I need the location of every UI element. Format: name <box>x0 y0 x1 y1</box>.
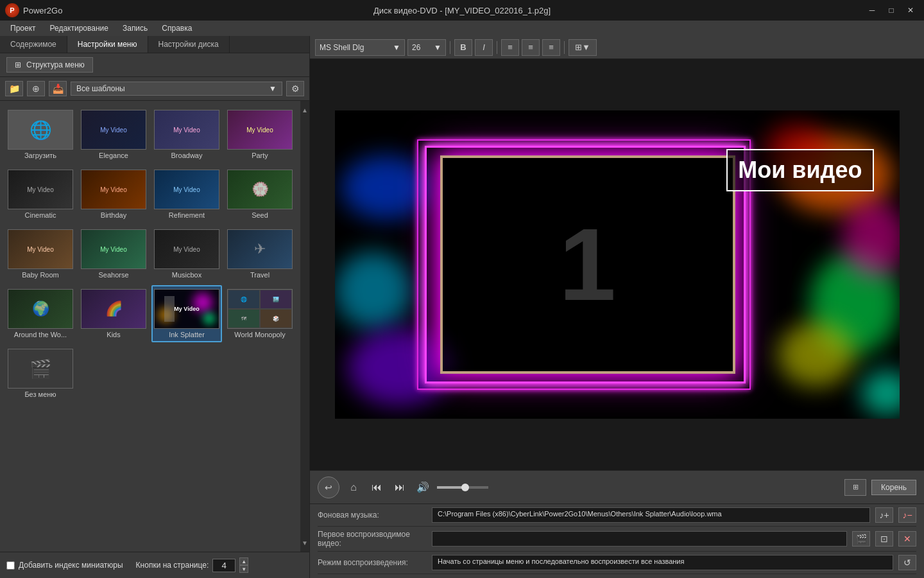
template-item-seed[interactable]: 💮 Seed <box>225 166 295 223</box>
template-label-kids: Kids <box>107 331 120 338</box>
extra-video-icon: ⊡ <box>880 534 888 544</box>
bold-button[interactable]: B <box>454 39 472 56</box>
template-item-seahorse[interactable]: My Video Seahorse <box>78 225 149 283</box>
template-item-birthday[interactable]: My Video Birthday <box>78 166 149 223</box>
refresh-btn[interactable]: ⊕ <box>27 81 45 96</box>
first-video-extra-button[interactable]: ⊡ <box>875 531 893 547</box>
menu-record[interactable]: Запись <box>116 22 154 34</box>
volume-knob[interactable] <box>461 484 469 491</box>
bg-music-add-button[interactable]: ♪+ <box>875 507 893 523</box>
template-item-broadway[interactable]: My Video Broadway <box>151 106 222 163</box>
template-thumb-worldmonopoly: 🌐 🏙️ 🗺 🎲 <box>227 289 293 329</box>
app-icon: P <box>5 3 19 17</box>
maximize-button[interactable]: □ <box>883 4 900 17</box>
app-name: Power2Go <box>23 6 62 15</box>
first-video-row: Первое воспроизводимое видео: 🎬 ⊡ ✕ <box>318 527 916 552</box>
root-button[interactable]: Корень <box>871 480 916 495</box>
buttons-per-page-input[interactable] <box>212 559 235 572</box>
film-number: 1 <box>559 206 616 324</box>
playback-mode-icon: ↺ <box>903 557 911 568</box>
template-thumb-nomenu: 🎬 <box>8 349 73 389</box>
tab-content[interactable]: Содержимое <box>0 36 67 53</box>
template-item-nomenu[interactable]: 🎬 Без меню <box>5 345 76 402</box>
add-music-icon: ♪+ <box>879 510 889 520</box>
bg-music-value[interactable]: C:\Program Files (x86)\CyberLink\Power2G… <box>432 507 870 523</box>
template-item-kids[interactable]: 🌈 Kids <box>78 285 149 342</box>
align-right-button[interactable]: ≡ <box>542 39 560 56</box>
template-item-musicbox[interactable]: My Video Musicbox <box>151 225 222 283</box>
template-item-babyroom[interactable]: My Video Baby Room <box>5 225 76 283</box>
tab-disc-settings[interactable]: Настройки диска <box>148 36 230 53</box>
template-thumb-musicbox: My Video <box>154 229 219 269</box>
format-toolbar: MS Shell Dlg ▼ 26 ▼ B I ≡ ≡ ≡ ⊞▼ <box>310 36 924 59</box>
buttons-per-page-group: Кнопки на странице: ▲ ▼ <box>136 557 249 573</box>
font-name-selector[interactable]: MS Shell Dlg ▼ <box>315 39 405 56</box>
italic-icon: I <box>483 42 485 52</box>
spinner-down-button[interactable]: ▼ <box>239 565 248 573</box>
menu-project[interactable]: Проект <box>4 22 42 34</box>
template-label-elegance: Elegance <box>99 152 128 159</box>
volume-slider[interactable] <box>437 486 488 489</box>
thumbnail-index-group: Добавить индекс миниатюры <box>6 561 123 570</box>
playback-mode-value[interactable]: Начать со страницы меню и последовательн… <box>432 555 893 570</box>
template-filter-dropdown[interactable]: Все шаблоны ▼ <box>71 82 282 96</box>
scroll-up-arrow[interactable]: ▲ <box>300 103 309 116</box>
next-button[interactable]: ⏭ <box>391 478 409 496</box>
align-left-button[interactable]: ≡ <box>501 39 519 56</box>
prev-button[interactable]: ⏮ <box>368 478 386 496</box>
align-center-button[interactable]: ≡ <box>522 39 540 56</box>
template-item-inksplatter[interactable]: My Video Ink Splatter <box>151 285 222 342</box>
volume-button[interactable]: 🔊 <box>414 478 432 496</box>
font-size-selector[interactable]: 26 ▼ <box>407 39 446 56</box>
template-item-worldmonopoly[interactable]: 🌐 🏙️ 🗺 🎲 World Monopoly <box>225 285 295 342</box>
template-thumb-birthday: My Video <box>81 170 146 209</box>
first-video-remove-button[interactable]: ✕ <box>898 531 916 547</box>
right-panel: MS Shell Dlg ▼ 26 ▼ B I ≡ ≡ ≡ ⊞▼ <box>310 36 924 578</box>
template-item-aroundworld[interactable]: 🌍 Around the Wo... <box>5 285 76 342</box>
template-grid-container[interactable]: 🌐 Загрузить My Video Elegance <box>0 101 300 552</box>
spinner-up-button[interactable]: ▲ <box>239 557 248 565</box>
template-item-upload[interactable]: 🌐 Загрузить <box>5 106 76 163</box>
template-item-travel[interactable]: ✈ Travel <box>225 225 295 283</box>
bold-icon: B <box>460 42 466 52</box>
template-label-aroundworld: Around the Wo... <box>14 331 67 338</box>
first-video-browse-button[interactable]: 🎬 <box>852 531 870 547</box>
structure-menu-button[interactable]: ⊞ Структура меню <box>6 57 93 73</box>
minimize-button[interactable]: ─ <box>864 4 880 17</box>
template-item-refinement[interactable]: My Video Refinement <box>151 166 222 223</box>
menu-edit[interactable]: Редактирование <box>44 22 115 34</box>
separator-3 <box>564 41 565 54</box>
thumbnail-index-checkbox[interactable] <box>6 561 15 570</box>
folder-btn[interactable]: 📁 <box>5 81 23 96</box>
first-video-label: Первое воспроизводимое видео: <box>318 530 427 548</box>
preview-title-text[interactable]: Мои видео <box>726 149 873 191</box>
next-icon: ⏭ <box>395 482 405 493</box>
first-video-value[interactable] <box>432 531 847 547</box>
tab-bar: Содержимое Настройки меню Настройки диск… <box>0 36 309 53</box>
template-label-seahorse: Seahorse <box>98 271 128 279</box>
playback-mode-extra-button[interactable]: ↺ <box>898 555 916 570</box>
bg-music-remove-button[interactable]: ♪− <box>898 507 916 523</box>
template-item-cinematic[interactable]: My Video Cinematic <box>5 166 76 223</box>
italic-button[interactable]: I <box>475 39 493 56</box>
settings-btn[interactable]: ⚙ <box>286 81 304 96</box>
template-thumb-broadway: My Video <box>154 110 219 150</box>
thumbnail-index-label: Добавить индекс миниатюры <box>19 561 123 570</box>
close-button[interactable]: ✕ <box>902 4 919 17</box>
left-panel: Содержимое Настройки меню Настройки диск… <box>0 36 310 578</box>
tab-menu-settings[interactable]: Настройки меню <box>67 36 148 53</box>
menu-help[interactable]: Справка <box>155 22 198 34</box>
font-dropdown-icon: ▼ <box>393 43 400 52</box>
window-controls[interactable]: ─ □ ✕ <box>864 4 919 17</box>
import-btn[interactable]: 📥 <box>49 81 67 96</box>
volume-icon: 🔊 <box>416 481 429 493</box>
font-size-label: 26 <box>412 43 420 52</box>
grid-view-button[interactable]: ⊞ <box>844 479 866 496</box>
home-button[interactable]: ⌂ <box>345 478 363 496</box>
scroll-down-arrow[interactable]: ▼ <box>300 536 309 549</box>
template-item-party[interactable]: My Video Party <box>225 106 295 163</box>
grid-format-button[interactable]: ⊞▼ <box>569 39 597 56</box>
folder-icon: 📁 <box>9 83 20 94</box>
stop-button[interactable]: ↩ <box>318 477 339 498</box>
template-item-elegance[interactable]: My Video Elegance <box>78 106 149 163</box>
